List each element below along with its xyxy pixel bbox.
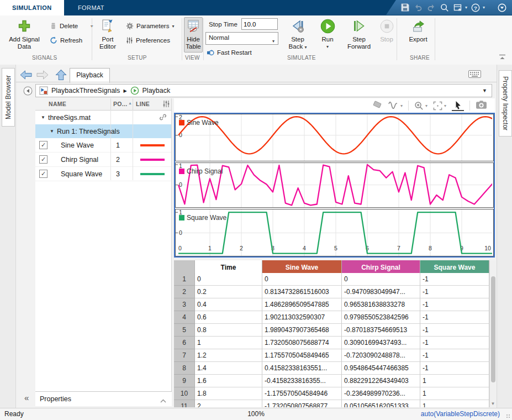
signal-checkbox[interactable]: ✓ [39, 141, 47, 149]
model-browser-tab[interactable]: Model Browser [2, 68, 15, 127]
preferences-button[interactable]: Preferences [126, 35, 170, 46]
filter-sliders-icon[interactable] [162, 100, 170, 109]
cell-value[interactable]: 1.9890437907365468 [262, 324, 342, 337]
table-row[interactable]: 50.81.9890437907365468-0.870183754669513… [174, 324, 496, 337]
layout-favorites-icon[interactable] [453, 3, 463, 12]
cell-value[interactable]: 1.7320508075688774 [262, 337, 342, 349]
undo-icon[interactable] [414, 3, 423, 12]
signal-line-swatch[interactable] [140, 144, 165, 146]
cell-value[interactable]: 0.8 [195, 324, 262, 337]
cell-value[interactable]: -1 [420, 273, 489, 286]
sort-ascending-icon[interactable]: ▲ [128, 101, 132, 105]
expander-icon[interactable]: ▼ [50, 129, 54, 134]
hide-toolstrip-circle-icon[interactable] [497, 3, 506, 12]
signal-row[interactable]: ✓Sine Wave1 [35, 138, 171, 153]
cell-value[interactable]: 0 [342, 273, 420, 286]
breadcrumb-collapse-button[interactable] [23, 86, 33, 97]
parameters-button[interactable]: Parameters ▾ [126, 20, 174, 32]
table-row[interactable]: 81.40.41582338163551...0.954864544746638… [174, 362, 496, 375]
cell-value[interactable]: 1.1755705045849465 [262, 349, 342, 362]
cell-value[interactable]: 1.8 [195, 387, 262, 400]
cell-value[interactable]: 0.0510565162051333 [342, 400, 420, 407]
signal-checkbox[interactable]: ✓ [39, 155, 47, 164]
resize-grip[interactable] [506, 414, 510, 418]
row-index[interactable]: 11 [174, 400, 195, 407]
help-icon[interactable]: ? [471, 3, 481, 12]
keyboard-icon[interactable] [468, 70, 481, 80]
signal-row[interactable]: ✓Square Wave3 [35, 167, 171, 181]
table-row[interactable]: 30.41.48628965095478850.965381638833278-… [174, 298, 496, 311]
collapse-toolstrip-button[interactable] [499, 54, 506, 62]
step-back-button[interactable]: Step Back ▾ [284, 18, 312, 51]
row-index[interactable]: 2 [174, 286, 195, 298]
cell-value[interactable]: 1.6 [195, 375, 262, 387]
column-name[interactable]: NAME [49, 101, 66, 107]
parameters-caret-icon[interactable]: ▾ [172, 24, 174, 29]
cursor-arrow-icon[interactable] [452, 101, 464, 111]
cell-value[interactable]: -0.2364989970236... [342, 387, 420, 400]
hide-table-button[interactable]: Hide Table [184, 17, 203, 53]
stop-time-input[interactable] [241, 18, 278, 30]
cell-value[interactable]: -1 [420, 324, 489, 337]
properties-chevron-icon[interactable] [160, 397, 166, 405]
nav-back-button[interactable] [20, 70, 32, 82]
cell-value[interactable]: -1 [420, 362, 489, 375]
breadcrumb-model[interactable]: PlaybackThreeSignals [51, 87, 120, 95]
cell-value[interactable]: -0.4158233816355... [262, 375, 342, 387]
row-index[interactable]: 7 [174, 349, 195, 362]
cell-value[interactable]: 0.6 [195, 311, 262, 324]
cell-value[interactable]: -0.870183754669513 [342, 324, 420, 337]
row-index[interactable]: 5 [174, 324, 195, 337]
signal-table-header[interactable]: NAME PO... ▲ LINE [35, 98, 171, 111]
cell-value[interactable]: 1 [420, 400, 489, 407]
cell-value[interactable]: 1 [420, 387, 489, 400]
cell-value[interactable]: 0.4 [195, 298, 262, 311]
cell-value[interactable]: 0.2 [195, 286, 262, 298]
port-editor-button[interactable]: Port Editor [95, 18, 120, 50]
cell-value[interactable]: -1.175570504584946 [262, 387, 342, 400]
cell-value[interactable]: -1 [420, 349, 489, 362]
redo-icon[interactable] [427, 3, 436, 12]
table-row[interactable]: 101.8-1.175570504584946-0.2364989970236.… [174, 387, 496, 400]
tree-row-run[interactable]: ▼ Run 1: ThreeSignals [35, 124, 171, 138]
status-solver[interactable]: auto(VariableStepDiscrete) [421, 410, 500, 418]
tab-simulation[interactable]: SIMULATION [0, 0, 64, 15]
row-index[interactable]: 6 [174, 337, 195, 349]
cell-value[interactable]: 0 [262, 273, 342, 286]
subplot-chirp-signal[interactable]: 10Chirp Signal [175, 162, 494, 208]
scrollbar-down-icon[interactable]: ▼ [490, 401, 496, 406]
cell-value[interactable]: 1.2 [195, 349, 262, 362]
properties-bar[interactable]: Properties [35, 391, 172, 406]
link-icon[interactable] [159, 113, 167, 123]
plot-area[interactable]: 20Sine Wave10Chirp Signal10012345678910S… [174, 113, 495, 258]
cell-value[interactable]: 0.9548645447466385 [342, 362, 420, 375]
row-index[interactable]: 1 [174, 273, 195, 286]
row-index[interactable]: 9 [174, 375, 195, 387]
table-row[interactable]: 611.73205080756887740.30901699437493...-… [174, 337, 496, 349]
cell-value[interactable]: -1.732050807568877 [262, 400, 342, 407]
refresh-button[interactable]: Refresh [50, 35, 82, 46]
breadcrumb-block[interactable]: Playback [142, 87, 171, 95]
simulation-mode-select[interactable]: Normal ▾ [205, 32, 278, 45]
cell-value[interactable]: 0.9798550523842596 [342, 311, 420, 324]
eraser-icon[interactable] [372, 101, 382, 111]
column-port[interactable]: PO... [113, 101, 127, 107]
cell-value[interactable]: 1.4 [195, 362, 262, 375]
subplot-sine-wave[interactable]: 20Sine Wave [175, 114, 494, 161]
run-button[interactable]: Run ▾ [317, 18, 338, 50]
cell-value[interactable]: 1.902113032590307 [262, 311, 342, 324]
tree-row-file[interactable]: ▼ threeSigs.mat [35, 111, 171, 124]
document-tab-playback[interactable]: Playback [70, 68, 110, 83]
column-line[interactable]: LINE [136, 101, 150, 107]
property-inspector-tab[interactable]: Property Inspector [499, 70, 512, 136]
run-caret-icon[interactable]: ▾ [326, 43, 329, 50]
delete-button[interactable]: Delete ▾ [50, 20, 93, 32]
row-index[interactable]: 8 [174, 362, 195, 375]
signal-line-swatch[interactable] [140, 159, 165, 161]
row-index[interactable]: 3 [174, 298, 195, 311]
table-row[interactable]: 1000-1 [174, 273, 496, 286]
cell-value[interactable]: -1 [420, 311, 489, 324]
signal-line-swatch[interactable] [140, 173, 165, 175]
cell-value[interactable]: 0.965381638833278 [342, 298, 420, 311]
table-scrollbar[interactable]: ▼ [489, 260, 496, 407]
